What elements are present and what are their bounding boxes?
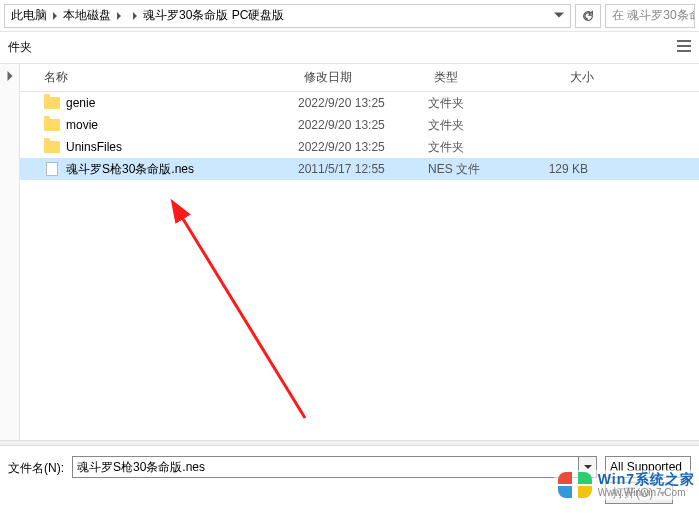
row-date: 2022/9/20 13:25 (298, 140, 428, 154)
address-bar: 此电脑 本地磁盘 魂斗罗30条命版 PC硬盘版 在 魂斗罗30条命 (0, 0, 699, 32)
refresh-button[interactable] (575, 4, 601, 28)
row-name: 魂斗罗S枪30条命版.nes (66, 161, 194, 178)
watermark-line1: Win7系统之家 (598, 472, 695, 487)
row-date: 2011/5/17 12:55 (298, 162, 428, 176)
file-icon (44, 161, 60, 177)
folder-row[interactable]: UninsFiles2022/9/20 13:25文件夹 (20, 136, 699, 158)
toolbar-left-label: 件夹 (8, 39, 32, 56)
row-type: 文件夹 (428, 95, 528, 112)
filename-label: 文件名(N): (8, 456, 64, 477)
row-type: 文件夹 (428, 139, 528, 156)
file-list: 名称 修改日期 类型 大小 genie2022/9/20 13:25文件夹mov… (20, 64, 699, 440)
col-name[interactable]: 名称 (44, 69, 304, 86)
row-size: 129 KB (528, 162, 608, 176)
folder-row[interactable]: genie2022/9/20 13:25文件夹 (20, 92, 699, 114)
chevron-down-icon[interactable] (554, 9, 564, 23)
chevron-right-icon (131, 9, 139, 23)
file-row[interactable]: 魂斗罗S枪30条命版.nes2011/5/17 12:55NES 文件129 K… (20, 158, 699, 180)
chevron-right-icon (115, 9, 123, 23)
folder-icon (44, 139, 60, 155)
row-date: 2022/9/20 13:25 (298, 118, 428, 132)
crumb-4[interactable]: 魂斗罗30条命版 PC硬盘版 (143, 7, 284, 24)
folder-icon (44, 117, 60, 133)
breadcrumb[interactable]: 此电脑 本地磁盘 魂斗罗30条命版 PC硬盘版 (4, 4, 571, 28)
crumb-1[interactable]: 此电脑 (11, 7, 47, 24)
row-date: 2022/9/20 13:25 (298, 96, 428, 110)
svg-rect-1 (677, 45, 691, 47)
row-name: genie (66, 96, 95, 110)
folder-row[interactable]: movie2022/9/20 13:25文件夹 (20, 114, 699, 136)
view-icon[interactable] (677, 40, 691, 55)
folder-icon (44, 95, 60, 111)
filename-input[interactable] (72, 456, 579, 478)
col-type[interactable]: 类型 (434, 69, 534, 86)
watermark-line2: Www.Winwin7.Com (598, 487, 695, 498)
col-date[interactable]: 修改日期 (304, 69, 434, 86)
watermark: Win7系统之家 Www.Winwin7.Com (554, 470, 699, 500)
toolbar: 件夹 (0, 32, 699, 64)
row-name: UninsFiles (66, 140, 122, 154)
chevron-right-icon (51, 9, 59, 23)
chevron-right-icon[interactable] (5, 70, 15, 84)
row-name: movie (66, 118, 98, 132)
row-type: 文件夹 (428, 117, 528, 134)
column-headers: 名称 修改日期 类型 大小 (20, 64, 699, 92)
windows-logo-icon (558, 472, 592, 498)
row-type: NES 文件 (428, 161, 528, 178)
search-input[interactable]: 在 魂斗罗30条命 (605, 4, 695, 28)
crumb-2[interactable]: 本地磁盘 (63, 7, 111, 24)
svg-rect-0 (677, 40, 691, 42)
col-size[interactable]: 大小 (534, 69, 614, 86)
svg-rect-2 (677, 50, 691, 52)
nav-panel (0, 64, 20, 440)
